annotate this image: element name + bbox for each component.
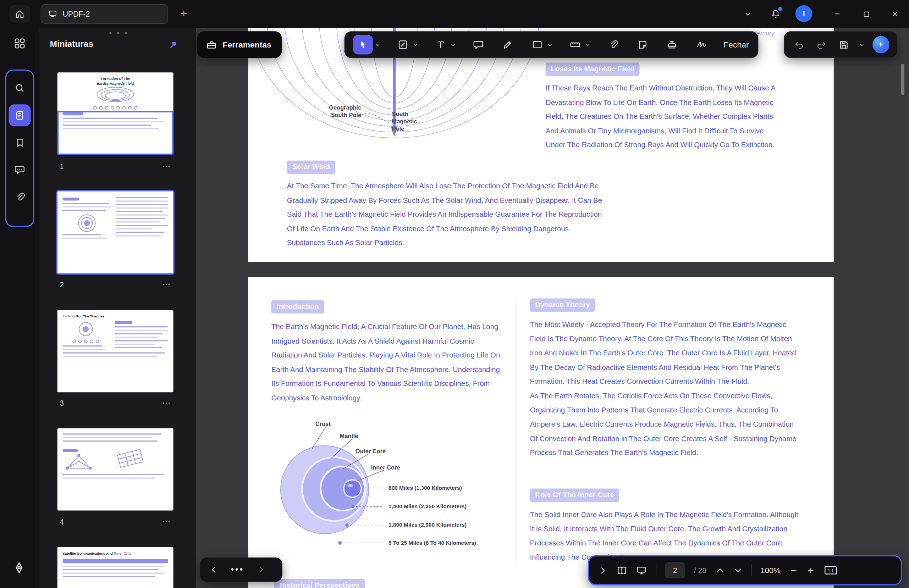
maximize-icon — [862, 10, 870, 18]
vertical-scrollbar[interactable] — [901, 64, 904, 95]
panel-switcher-group — [5, 69, 34, 227]
presentation-button[interactable] — [636, 565, 647, 575]
app-window: UPDF-2 + I — [0, 0, 909, 588]
undo-button[interactable] — [792, 37, 807, 52]
toolbox-icon — [206, 39, 217, 50]
thumbnail-viewport-indicator — [57, 111, 173, 155]
text-tool-dropdown[interactable] — [450, 42, 456, 48]
back-button[interactable] — [209, 565, 218, 574]
close-toolbar-button[interactable]: Fechar — [723, 40, 749, 49]
document-tab[interactable]: UPDF-2 — [40, 4, 168, 24]
sidebar-item-annotations[interactable] — [9, 159, 31, 181]
collapse-bar-button[interactable] — [598, 565, 608, 575]
thumbnail-number: 3 — [60, 399, 64, 407]
account-avatar[interactable]: I — [796, 5, 812, 22]
heading-badge: Dynamo Theory — [530, 299, 595, 312]
save-icon — [838, 39, 849, 50]
zoom-level-label[interactable]: 100% — [760, 566, 780, 575]
ai-assistant-button[interactable] — [872, 36, 890, 53]
zoom-in-button[interactable] — [807, 566, 815, 575]
column-divider — [515, 298, 516, 565]
home-button[interactable] — [9, 5, 30, 23]
thumbnail-page-3[interactable]: Evidence For The Theories — [57, 310, 173, 392]
sidebar-item-thumbnails[interactable] — [9, 104, 31, 126]
pin-panel-button[interactable] — [166, 37, 181, 52]
text-tool-button[interactable]: T — [433, 37, 448, 52]
thumbnail-menu-button[interactable]: ⋯ — [159, 516, 174, 527]
stamp-tool-button[interactable] — [665, 37, 679, 52]
south-magnetic-pole-label: South Magnetic Pole — [392, 110, 417, 132]
thumbnail-menu-button[interactable]: ⋯ — [159, 161, 174, 171]
paragraph-group: The Most Widely - Accepted Theory For Th… — [530, 317, 799, 460]
thumbnail-preview: Evidence For The Theories — [57, 310, 173, 392]
measurement-label: 800 Miles (1,300 Kilometers) — [388, 485, 462, 491]
comment-icon — [14, 164, 26, 176]
sidebar-item-bookmarks[interactable] — [9, 132, 31, 153]
redo-button[interactable] — [814, 37, 829, 52]
attach-tool-button[interactable] — [605, 37, 620, 52]
document-area[interactable]: Geographic South Pole South Magnetic Pol… — [196, 27, 909, 588]
stamp-icon — [666, 39, 678, 50]
markup-tool-button[interactable] — [395, 37, 410, 52]
actual-size-button[interactable]: 1:1 — [824, 565, 838, 576]
comment-tool-button[interactable] — [471, 37, 486, 52]
thumbnail-preview: Satellite Communications And Power Grids — [57, 547, 173, 588]
previous-page-button[interactable] — [715, 565, 725, 575]
minimize-icon — [833, 10, 841, 18]
forward-button[interactable] — [256, 565, 265, 574]
redo-icon — [816, 39, 827, 50]
window-menu-button[interactable] — [740, 6, 756, 22]
close-button[interactable] — [887, 6, 903, 22]
maximize-button[interactable] — [858, 6, 874, 22]
measure-tool-dropdown[interactable] — [584, 42, 591, 48]
panel-drag-handle[interactable]: • • • — [109, 29, 129, 37]
main-toolbar: T — [345, 31, 759, 58]
page-layout-button[interactable] — [616, 565, 627, 575]
thumbnail-menu-button[interactable]: ⋯ — [159, 397, 174, 408]
zoom-out-button[interactable] — [789, 566, 798, 575]
sidebar-item-search[interactable] — [9, 77, 31, 99]
thumbnail-page-2[interactable] — [57, 191, 173, 273]
shape-tool-dropdown[interactable] — [547, 42, 553, 48]
tab-label: UPDF-2 — [62, 10, 90, 18]
paperclip-icon — [607, 39, 618, 50]
next-page-button[interactable] — [733, 565, 742, 575]
diagram-label-inner-core: Inner Core — [371, 464, 400, 471]
cursor-icon — [357, 39, 368, 50]
save-button[interactable] — [836, 37, 851, 52]
marker-pen-icon — [502, 39, 514, 50]
sidebar-item-attachments[interactable] — [9, 186, 31, 208]
select-tool-button[interactable] — [353, 35, 373, 55]
notifications-button[interactable] — [767, 6, 784, 22]
measurement-label: 5 To 25 Miles (8 To 40 Kilometers) — [388, 540, 476, 546]
page-number-input[interactable]: 2 — [665, 562, 685, 578]
thumbnail-page-5[interactable]: Satellite Communications And Power Grids — [57, 547, 173, 588]
heading-badge: Introduction — [272, 300, 324, 313]
select-tool-dropdown[interactable] — [375, 42, 381, 48]
view-controls-bar: 2 / 29 100% 1:1 — [588, 555, 902, 585]
save-dropdown[interactable] — [859, 42, 865, 48]
home-icon — [15, 9, 25, 19]
tools-menu-button[interactable]: Ferramentas — [197, 31, 282, 58]
shape-tool-button[interactable] — [530, 37, 545, 52]
tools-label: Ferramentas — [222, 40, 271, 49]
signature-tool-button[interactable] — [694, 37, 709, 52]
geo-south-pole-label: Geographic South Pole — [303, 103, 361, 118]
thumbnail-preview — [57, 191, 173, 273]
measure-tool-button[interactable] — [568, 37, 582, 52]
markup-tool-dropdown[interactable] — [412, 42, 419, 48]
sticker-tool-button[interactable] — [635, 37, 650, 52]
pen-tool-button[interactable] — [12, 561, 26, 575]
left-sidebar — [0, 27, 39, 588]
paragraph: If These Rays Reach The Earth Without Ob… — [546, 81, 778, 152]
thumbnail-menu-button[interactable]: ⋯ — [159, 279, 174, 290]
marker-tool-button[interactable] — [500, 37, 515, 52]
thumbnail-page-1[interactable]: Formation Of The Earth's Magnetic Field — [57, 72, 173, 155]
minimize-button[interactable] — [829, 6, 846, 22]
more-options-button[interactable]: ••• — [231, 565, 244, 575]
square-icon — [532, 39, 543, 50]
thumbnail-page-4[interactable] — [57, 428, 173, 511]
apps-grid-button[interactable] — [13, 37, 26, 50]
svg-text:1:1: 1:1 — [828, 568, 834, 573]
new-tab-button[interactable]: + — [176, 6, 191, 21]
